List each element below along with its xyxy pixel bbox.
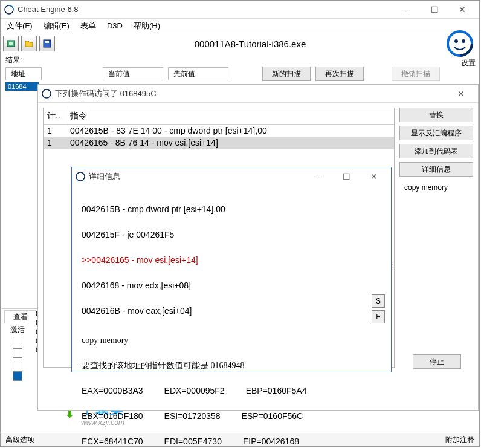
activate-column: 激活 bbox=[2, 325, 33, 383]
show-disassembler-button[interactable]: 显示反汇编程序 bbox=[399, 126, 473, 140]
asm-line: 0042616B - mov eax,[esi+04] bbox=[82, 305, 381, 317]
opcode-close-button[interactable]: ✕ bbox=[447, 85, 474, 102]
main-title: Cheat Engine 6.8 bbox=[18, 5, 394, 14]
svg-point-7 bbox=[454, 39, 458, 43]
columns-and-buttons: 地址 当前值 先前值 新的扫描 再次扫描 撤销扫描 bbox=[1, 67, 479, 81]
close-button[interactable]: ✕ bbox=[448, 1, 476, 18]
replace-button[interactable]: 替换 bbox=[399, 108, 473, 122]
asm-line: 0042615B - cmp dword ptr [esi+14],00 bbox=[82, 203, 381, 216]
s-button[interactable]: S bbox=[372, 294, 385, 308]
asm-line-highlight: >>00426165 - mov esi,[esi+14] bbox=[82, 254, 381, 267]
svg-point-9 bbox=[42, 89, 51, 98]
detail-titlebar[interactable]: 详细信息 ─ ☐ ✕ bbox=[72, 167, 391, 186]
opcode-title-addr: 0168495C bbox=[120, 89, 157, 98]
op-instruction: 0042615B - 83 7E 14 00 - cmp dword ptr [… bbox=[70, 126, 267, 135]
col-previous[interactable]: 先前值 bbox=[168, 67, 228, 80]
detail-button[interactable]: 详细信息 bbox=[399, 162, 473, 177]
detail-close-button[interactable]: ✕ bbox=[360, 168, 387, 185]
status-right[interactable]: 附加注释 bbox=[445, 435, 474, 445]
col-current[interactable]: 当前值 bbox=[103, 67, 163, 80]
activate-checkbox[interactable] bbox=[13, 337, 22, 346]
reg-esp: ESP=0160F56C bbox=[242, 410, 303, 423]
opcode-side-buttons: 替换 显示反汇编程序 添加到代码表 详细信息 copy memory bbox=[395, 108, 473, 368]
pointer-hint: 要查找的该地址的指针数值可能是 01684948 bbox=[82, 359, 381, 372]
app-icon bbox=[42, 89, 51, 99]
activate-header: 激活 bbox=[2, 325, 33, 335]
activate-checkbox[interactable] bbox=[13, 348, 22, 358]
detail-body: 0042615B - cmp dword ptr [esi+14],00 004… bbox=[72, 186, 391, 448]
opcode-title-prefix: 下列操作码访问了 bbox=[55, 89, 120, 98]
detail-title: 详细信息 bbox=[89, 171, 306, 182]
maximize-button[interactable]: ☐ bbox=[421, 1, 448, 18]
f-button[interactable]: F bbox=[372, 310, 385, 323]
stop-button[interactable]: 停止 bbox=[413, 354, 461, 369]
menu-d3d[interactable]: D3D bbox=[107, 21, 123, 30]
app-icon bbox=[76, 172, 85, 181]
status-left[interactable]: 高级选项 bbox=[5, 435, 34, 445]
svg-point-8 bbox=[462, 39, 465, 43]
opcode-row[interactable]: 1 00426165 - 8B 76 14 - mov esi,[esi+14] bbox=[44, 137, 394, 149]
op-count: 1 bbox=[47, 126, 70, 135]
detail-minimize-button[interactable]: ─ bbox=[306, 168, 333, 185]
minimize-button[interactable]: ─ bbox=[394, 1, 421, 18]
col-instruction[interactable]: 指令 bbox=[66, 108, 91, 124]
toolbar: 000011A8-Tutorial-i386.exe bbox=[1, 33, 479, 54]
svg-rect-4 bbox=[45, 41, 49, 43]
open-file-button[interactable] bbox=[21, 36, 37, 51]
op-count: 1 bbox=[47, 138, 70, 148]
copy-memory-text: copy memory bbox=[82, 334, 381, 346]
reg-esi: ESI=01720358 bbox=[164, 410, 221, 423]
process-name: 000011A8-Tutorial-i386.exe bbox=[57, 39, 443, 49]
results-label: 结果: bbox=[1, 54, 479, 67]
reg-eax: EAX=0000B3A3 bbox=[82, 385, 143, 397]
activate-checkbox[interactable] bbox=[13, 360, 22, 369]
op-instruction: 00426165 - 8B 76 14 - mov esi,[esi+14] bbox=[70, 138, 218, 148]
opcode-title: 下列操作码访问了 0168495C bbox=[55, 88, 447, 99]
new-scan-button[interactable]: 新的扫描 bbox=[262, 67, 311, 81]
opcode-titlebar[interactable]: 下列操作码访问了 0168495C ✕ bbox=[38, 85, 478, 103]
menu-table[interactable]: 表单 bbox=[80, 21, 96, 31]
reg-ecx: ECX=68441C70 bbox=[82, 435, 143, 448]
col-count[interactable]: 计.. bbox=[44, 108, 66, 124]
asm-line: 0042615F - je 004261F5 bbox=[82, 229, 381, 241]
copy-memory-label: copy memory bbox=[399, 180, 473, 195]
reg-ebx: EBX=016DF180 bbox=[82, 410, 143, 423]
next-scan-button[interactable]: 再次扫描 bbox=[315, 67, 364, 81]
activate-checkbox[interactable] bbox=[13, 371, 22, 381]
detail-maximize-button[interactable]: ☐ bbox=[333, 168, 360, 185]
settings-label[interactable]: 设置 bbox=[461, 58, 476, 68]
asm-line: 00426168 - mov edx,[esi+08] bbox=[82, 279, 381, 292]
open-process-button[interactable] bbox=[3, 36, 19, 51]
menu-file[interactable]: 文件(F) bbox=[7, 21, 33, 31]
app-icon bbox=[4, 5, 14, 15]
big-logo-icon[interactable] bbox=[445, 29, 474, 58]
save-button[interactable] bbox=[39, 36, 55, 51]
col-address[interactable]: 地址 bbox=[5, 67, 42, 80]
menu-bar: 文件(F) 编辑(E) 表单 D3D 帮助(H) bbox=[1, 19, 479, 33]
reg-eip: EIP=00426168 bbox=[243, 435, 299, 448]
menu-help[interactable]: 帮助(H) bbox=[134, 21, 160, 31]
opcode-row[interactable]: 1 0042615B - 83 7E 14 00 - cmp dword ptr… bbox=[44, 125, 394, 137]
reg-edi: EDI=005E4730 bbox=[164, 435, 222, 448]
svg-point-10 bbox=[76, 172, 85, 181]
main-titlebar[interactable]: Cheat Engine 6.8 ─ ☐ ✕ bbox=[1, 1, 479, 19]
svg-rect-2 bbox=[9, 42, 13, 45]
reg-ebp: EBP=0160F5A4 bbox=[246, 385, 307, 397]
add-to-codelist-button[interactable]: 添加到代码表 bbox=[399, 144, 473, 158]
menu-edit[interactable]: 编辑(E) bbox=[44, 21, 69, 31]
selected-address[interactable]: 01684 bbox=[5, 82, 39, 91]
view-memory-button[interactable]: 查看 bbox=[4, 310, 37, 323]
detail-window: 详细信息 ─ ☐ ✕ 0042615B - cmp dword ptr [esi… bbox=[71, 167, 392, 372]
reg-edx: EDX=000095F2 bbox=[164, 385, 225, 397]
undo-scan-button[interactable]: 撤销扫描 bbox=[392, 67, 440, 81]
